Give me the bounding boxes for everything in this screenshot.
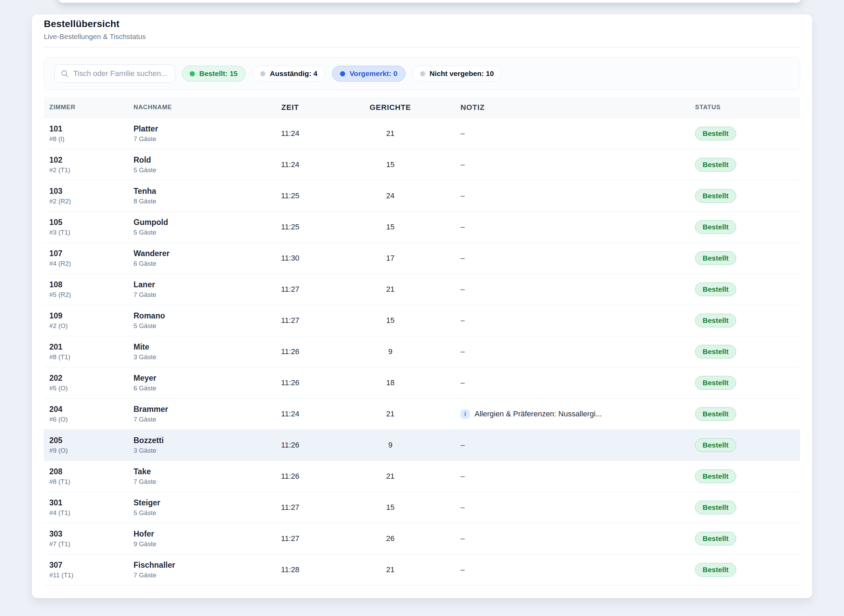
column-header-zimmer: ZIMMER: [44, 104, 133, 111]
nachname-cell: Take 7 Gäste: [133, 467, 260, 485]
table-row[interactable]: 101 #8 (I) Platter 7 Gäste 11:24 21 i – …: [44, 118, 800, 149]
table-row[interactable]: 208 #8 (T1) Take 7 Gäste 11:26 21 i – – …: [44, 461, 800, 492]
table-row[interactable]: 202 #5 (O) Meyer 6 Gäste 11:26 18 i – – …: [44, 367, 800, 399]
notiz-cell: i – –: [460, 160, 695, 169]
zimmer-cell: 105 #3 (T1): [44, 218, 133, 236]
status-cell: Bestellt: [695, 438, 800, 452]
column-header-zeit: ZEIT: [260, 103, 320, 112]
table-row[interactable]: 307 #11 (T1) Fischnaller 7 Gäste 11:28 2…: [44, 554, 800, 585]
room-number: 301: [49, 498, 133, 507]
guest-last-name: Fischnaller: [133, 560, 260, 570]
note-empty-dash: –: [460, 191, 464, 200]
table-row[interactable]: 204 #6 (O) Brammer 7 Gäste 11:24 21 i Al…: [44, 399, 800, 430]
guest-count: 5 Gäste: [133, 229, 260, 236]
search-icon: [60, 69, 69, 78]
table-row[interactable]: 107 #4 (R2) Wanderer 6 Gäste 11:30 17 i …: [44, 243, 800, 274]
filter-chip-bestellt[interactable]: Bestellt: 15: [182, 66, 246, 82]
table-ref: #2 (O): [49, 322, 133, 330]
dish-count: 15: [320, 316, 460, 325]
zimmer-cell: 108 #5 (R2): [44, 280, 133, 299]
note-empty-dash: –: [460, 378, 464, 387]
dish-count: 9: [320, 441, 460, 450]
room-number: 107: [49, 249, 133, 258]
notiz-cell: i – –: [460, 534, 695, 543]
table-row[interactable]: 303 #7 (T1) Hofer 9 Gäste 11:27 26 i – –…: [44, 523, 800, 554]
guest-last-name: Romano: [133, 311, 260, 321]
status-cell: Bestellt: [695, 220, 800, 234]
table-ref: #8 (T1): [49, 478, 133, 485]
filter-chip-label: Nicht vergeben: 10: [430, 69, 494, 78]
status-cell: Bestellt: [695, 563, 800, 576]
search-box[interactable]: [54, 65, 175, 83]
nachname-cell: Laner 7 Gäste: [133, 280, 260, 299]
order-time: 11:27: [260, 534, 320, 543]
filter-chip-nicht-vergeben[interactable]: Nicht vergeben: 10: [412, 66, 502, 82]
room-number: 103: [49, 186, 133, 196]
table-row[interactable]: 105 #3 (T1) Gumpold 5 Gäste 11:25 15 i –…: [44, 212, 800, 243]
note-empty-dash: –: [460, 316, 464, 325]
guest-last-name: Wanderer: [133, 249, 260, 258]
note-empty-dash: –: [460, 565, 464, 574]
table-row[interactable]: 205 #9 (O) Bozzetti 3 Gäste 11:26 9 i – …: [44, 430, 800, 461]
note-empty-dash: –: [460, 223, 464, 231]
guest-count: 3 Gäste: [133, 447, 260, 455]
filter-chip-ausstaendig[interactable]: Ausständig: 4: [252, 66, 325, 82]
nachname-cell: Gumpold 5 Gäste: [133, 218, 260, 236]
guest-count: 6 Gäste: [133, 260, 260, 267]
zimmer-cell: 109 #2 (O): [44, 311, 133, 330]
guest-count: 3 Gäste: [133, 353, 260, 361]
nachname-cell: Fischnaller 7 Gäste: [133, 560, 260, 579]
nachname-cell: Rold 5 Gäste: [133, 155, 260, 174]
status-cell: Bestellt: [695, 345, 800, 358]
zimmer-cell: 103 #2 (R2): [44, 186, 133, 205]
dish-count: 24: [320, 191, 460, 200]
zimmer-cell: 101 #8 (I): [44, 124, 133, 143]
table-row[interactable]: 201 #8 (T1) Mite 3 Gäste 11:26 9 i – – B…: [44, 336, 800, 367]
notiz-cell: i – –: [460, 285, 695, 294]
table-ref: #6 (O): [49, 416, 133, 423]
guest-count: 7 Gäste: [133, 478, 260, 485]
status-cell: Bestellt: [695, 532, 800, 546]
guest-last-name: Steiger: [133, 498, 260, 507]
guest-last-name: Meyer: [133, 374, 260, 383]
guest-last-name: Rold: [133, 155, 260, 165]
search-input[interactable]: [73, 69, 169, 78]
guest-count: 7 Gäste: [133, 572, 260, 579]
guest-count: 7 Gäste: [133, 416, 260, 423]
table-row[interactable]: 102 #2 (T1) Rold 5 Gäste 11:24 15 i – – …: [44, 149, 800, 180]
zimmer-cell: 107 #4 (R2): [44, 249, 133, 267]
notiz-cell: i – –: [460, 254, 695, 263]
table-ref: #4 (R2): [49, 260, 133, 267]
dish-count: 21: [320, 472, 460, 481]
guest-count: 9 Gäste: [133, 540, 260, 548]
note-empty-dash: –: [460, 160, 464, 169]
filter-chip-label: Vorgemerkt: 0: [350, 69, 397, 78]
info-icon: i: [460, 409, 470, 419]
nachname-cell: Tenha 8 Gäste: [133, 186, 260, 205]
filter-chip-vorgemerkt[interactable]: Vorgemerkt: 0: [332, 66, 405, 82]
zimmer-cell: 208 #8 (T1): [44, 467, 133, 485]
column-header-notiz: NOTIZ: [460, 103, 695, 112]
guest-last-name: Laner: [133, 280, 260, 289]
table-ref: #9 (O): [49, 447, 133, 455]
nachname-cell: Romano 5 Gäste: [133, 311, 260, 330]
notiz-cell: i – –: [460, 347, 695, 356]
zimmer-cell: 205 #9 (O): [44, 436, 133, 455]
status-badge: Bestellt: [695, 438, 736, 452]
status-cell: Bestellt: [695, 127, 800, 140]
table-header-row: ZIMMER NACHNAME ZEIT GERICHTE NOTIZ STAT…: [44, 97, 800, 118]
table-row[interactable]: 109 #2 (O) Romano 5 Gäste 11:27 15 i – –…: [44, 305, 800, 336]
status-cell: Bestellt: [695, 283, 800, 296]
guest-count: 5 Gäste: [133, 509, 260, 517]
dish-count: 17: [320, 254, 460, 263]
guest-last-name: Gumpold: [133, 218, 260, 227]
status-badge: Bestellt: [695, 345, 736, 358]
room-number: 208: [49, 467, 133, 476]
table-row[interactable]: 108 #5 (R2) Laner 7 Gäste 11:27 21 i – –…: [44, 274, 800, 305]
card-header: Bestellübersicht Live-Bestellungen & Tis…: [44, 15, 800, 48]
status-badge: Bestellt: [695, 407, 736, 421]
table-row[interactable]: 103 #2 (R2) Tenha 8 Gäste 11:25 24 i – –…: [44, 180, 800, 212]
dish-count: 21: [320, 409, 460, 418]
filter-chip-label: Bestellt: 15: [199, 69, 237, 78]
table-row[interactable]: 301 #4 (T1) Steiger 5 Gäste 11:27 15 i –…: [44, 492, 800, 523]
